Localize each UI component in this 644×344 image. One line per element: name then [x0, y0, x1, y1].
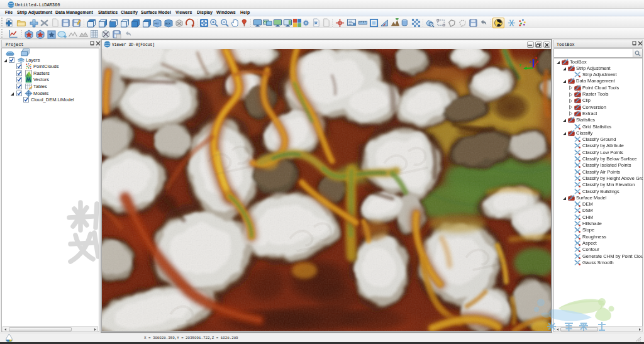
svg-text:x: x: [535, 55, 538, 60]
svg-text:y: y: [519, 62, 522, 67]
svg-text:z: z: [530, 60, 531, 64]
svg-text:BCK: BCK: [165, 22, 171, 25]
svg-text:FRT: FRT: [155, 22, 160, 25]
